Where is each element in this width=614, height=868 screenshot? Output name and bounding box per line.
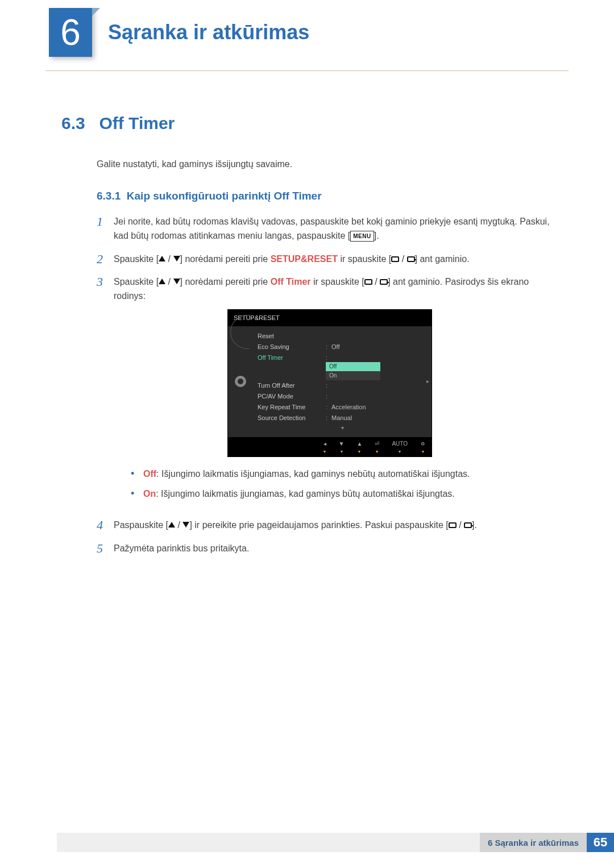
down-arrow-icon (173, 279, 180, 284)
footer-page-number: 65 (587, 833, 614, 852)
setup-reset-label: SETUP&RESET (271, 254, 338, 264)
select-icon (391, 256, 399, 262)
on-label: On (143, 489, 156, 499)
step-2: 2 Spauskite [ / ] norėdami pereiti prie … (97, 252, 557, 267)
chapter-number-badge: 6 (49, 8, 92, 57)
enter-icon (407, 256, 415, 262)
select-icon (364, 279, 372, 285)
down-arrow-icon (182, 522, 189, 528)
step-number: 4 (97, 518, 114, 533)
subsection-number: 6.3.1 (97, 190, 121, 202)
step-4-text-a: Paspauskite [ (114, 520, 168, 530)
osd-footer: ◂▾ ▼▾ ▲▾ ⏎▾ AUTO▾ ⭘▾ (228, 437, 432, 457)
step-3-text-b: ] norėdami pereiti prie (180, 277, 271, 286)
up-arrow-icon (168, 522, 175, 528)
page-content: 6.3 Off Timer Galite nustatyti, kad gami… (0, 74, 614, 556)
step-number: 1 (97, 215, 114, 243)
osd-row-reset: Reset (253, 331, 432, 342)
enter-icon (380, 279, 388, 285)
osd-auto-label: AUTO (392, 439, 408, 448)
step-3: 3 Spauskite [ / ] norėdami pereiti prie … (97, 275, 557, 509)
osd-down-icon: ▼ (339, 439, 345, 448)
step-4: 4 Paspauskite [ / ] ir pereikite prie pa… (97, 518, 557, 533)
down-arrow-icon (173, 256, 180, 261)
osd-row-pc-av-mode: PC/AV Mode: (253, 391, 432, 402)
osd-row-eco-saving: Eco Saving:Off (253, 342, 432, 352)
off-label: Off (143, 469, 156, 479)
step-number: 2 (97, 252, 114, 267)
step-3-text-a: Spauskite [ (114, 277, 159, 286)
osd-icon-column (228, 326, 253, 437)
section-title: Off Timer (99, 114, 175, 132)
osd-more-indicator-icon: ▾ (253, 423, 432, 433)
subsection-heading: 6.3.1 Kaip sukonfigūruoti parinktį Off T… (97, 190, 557, 202)
header-divider (45, 70, 569, 71)
step-5-text: Pažymėta parinktis bus pritaikyta. (114, 542, 557, 556)
on-description: : Išjungimo laikmatis įjungiamas, kad ga… (156, 489, 455, 499)
osd-power-icon: ⭘ (420, 439, 426, 448)
step-number: 3 (97, 275, 114, 509)
osd-up-icon: ▲ (356, 439, 362, 448)
osd-row-key-repeat: Key Repeat Time:Acceleration (253, 402, 432, 413)
option-descriptions: Off: Išjungimo laikmatis išjungiamas, ka… (131, 467, 557, 501)
osd-right-arrow-icon: ▸ (426, 377, 429, 387)
up-arrow-icon (159, 279, 165, 284)
enter-icon (464, 522, 472, 528)
osd-option-on: On (326, 371, 380, 380)
subsection-title: Kaip sukonfigūruoti parinktį Off Timer (127, 190, 322, 202)
step-1-text-a: Jei norite, kad būtų rodomas klavišų vad… (114, 217, 550, 240)
gear-icon (235, 376, 246, 387)
step-2-text-c: ir spauskite [ (338, 254, 391, 264)
steps-list: 1 Jei norite, kad būtų rodomas klavišų v… (97, 215, 557, 556)
osd-dropdown: Off On (326, 362, 432, 380)
step-2-text-b: ] norėdami pereiti prie (180, 254, 271, 264)
step-1: 1 Jei norite, kad būtų rodomas klavišų v… (97, 215, 557, 243)
step-2-text-d: ] ant gaminio. (415, 254, 470, 264)
step-2-text-a: Spauskite [ (114, 254, 159, 264)
osd-row-source-detection: Source Detection:Manual (253, 413, 432, 423)
osd-option-off: Off (326, 362, 380, 371)
section-number: 6.3 (61, 114, 97, 133)
step-1-text-b: ]. (374, 231, 379, 240)
osd-enter-icon: ⏎ (375, 439, 379, 448)
osd-screenshot: SETUP&RESET Reset Eco Saving:Off Off Tim… (227, 309, 432, 457)
bullet-on: On: Išjungimo laikmatis įjungiamas, kad … (131, 487, 557, 501)
step-3-text-c: ir spauskite [ (311, 277, 364, 286)
osd-back-icon: ◂ (323, 439, 326, 448)
section-heading: 6.3 Off Timer (61, 114, 557, 133)
step-number: 5 (97, 542, 114, 556)
step-5: 5 Pažymėta parinktis bus pritaikyta. (97, 542, 557, 556)
osd-row-turn-off-after: Turn Off After: (253, 380, 432, 391)
step-4-text-b: ] ir pereikite prie pageidaujamos parink… (189, 520, 448, 530)
osd-menu: Reset Eco Saving:Off Off Timer: Off On T… (253, 326, 432, 437)
section-intro: Galite nustatyti, kad gaminys išsijungtų… (97, 159, 557, 169)
select-icon (449, 522, 457, 528)
off-timer-label: Off Timer (271, 277, 311, 286)
up-arrow-icon (159, 256, 165, 261)
menu-button-icon: MENU (350, 231, 374, 242)
bullet-off: Off: Išjungimo laikmatis išjungiamas, ka… (131, 467, 557, 481)
page-header: 6 Sąranka ir atkūrimas (0, 0, 614, 74)
page-footer: 6 Sąranka ir atkūrimas 65 (57, 833, 614, 852)
osd-title: SETUP&RESET (228, 310, 432, 326)
footer-chapter-label: 6 Sąranka ir atkūrimas (480, 833, 587, 852)
chapter-title: Sąranka ir atkūrimas (108, 20, 309, 44)
off-description: : Išjungimo laikmatis išjungiamas, kad g… (156, 469, 470, 479)
